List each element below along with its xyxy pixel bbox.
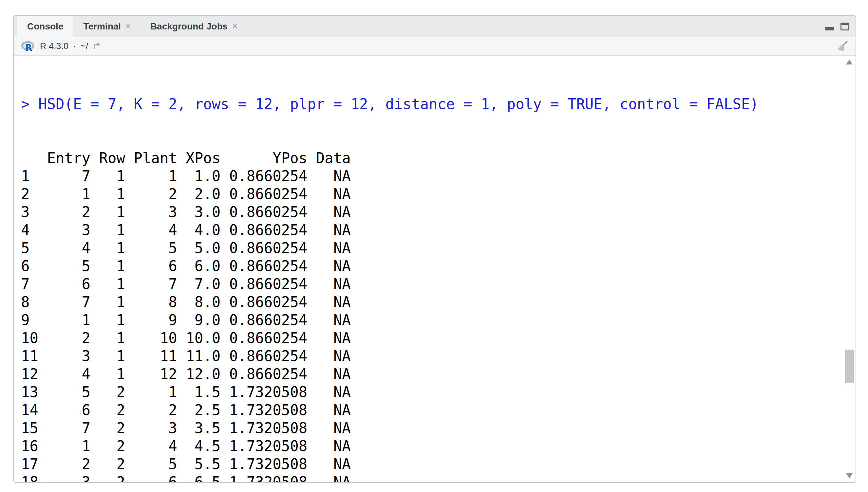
close-icon[interactable]: × bbox=[232, 21, 238, 31]
tab-background-jobs[interactable]: Background Jobs × bbox=[141, 16, 247, 37]
goto-directory-icon[interactable] bbox=[93, 42, 102, 51]
scrollbar[interactable] bbox=[844, 57, 854, 481]
console-output-table: Entry Row Plant XPos YPos Data 1 7 1 1 1… bbox=[21, 149, 842, 483]
console-command-line: > HSD(E = 7, K = 2, rows = 12, plpr = 12… bbox=[21, 95, 842, 113]
close-icon[interactable]: × bbox=[125, 21, 131, 31]
r-version-label: R 4.3.0 bbox=[40, 41, 69, 51]
maximize-pane-icon[interactable] bbox=[841, 23, 849, 30]
tab-terminal-label: Terminal bbox=[83, 21, 121, 32]
r-logo-icon: R bbox=[21, 41, 35, 52]
tab-console-label: Console bbox=[27, 21, 63, 32]
r-logo-letter: R bbox=[25, 43, 32, 52]
scrollbar-down-icon[interactable] bbox=[846, 473, 852, 478]
tab-terminal[interactable]: Terminal × bbox=[73, 16, 140, 37]
console-pane: Console Terminal × Background Jobs × R R… bbox=[13, 15, 856, 483]
console-toolbar: R R 4.3.0 · ~/ bbox=[14, 37, 855, 56]
pane-window-controls bbox=[825, 16, 849, 37]
scrollbar-up-icon[interactable] bbox=[846, 59, 852, 65]
tab-background-jobs-label: Background Jobs bbox=[150, 21, 227, 32]
scrollbar-thumb[interactable] bbox=[845, 350, 853, 384]
clear-console-icon[interactable] bbox=[836, 40, 848, 53]
minimize-pane-icon[interactable] bbox=[825, 27, 834, 30]
tab-console[interactable]: Console bbox=[17, 16, 73, 37]
working-directory-label: ~/ bbox=[80, 41, 88, 51]
console-output-area[interactable]: > HSD(E = 7, K = 2, rows = 12, plpr = 12… bbox=[14, 56, 855, 482]
pane-tabbar: Console Terminal × Background Jobs × bbox=[14, 16, 855, 37]
toolbar-separator: · bbox=[73, 41, 76, 51]
